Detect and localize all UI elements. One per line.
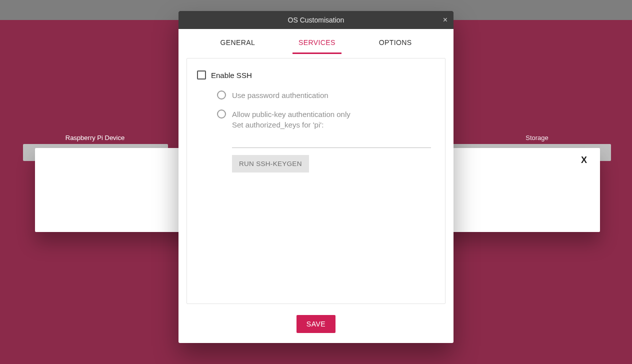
column-label-storage: Storage	[442, 134, 632, 142]
dialog-titlebar: OS Customisation ×	[178, 11, 454, 29]
ssh-auth-pubkey-label: Allow public-key authentication only	[232, 110, 350, 118]
save-button[interactable]: SAVE	[296, 315, 336, 333]
dialog-footer: SAVE	[178, 312, 454, 343]
close-icon[interactable]: ×	[443, 16, 448, 24]
ssh-auth-pubkey-row: Allow public-key authentication only	[217, 110, 435, 118]
ssh-auth-pubkey-radio[interactable]	[217, 110, 226, 118]
ssh-auth-password-label: Use password authentication	[232, 91, 328, 100]
services-panel: Enable SSH Use password authentication A…	[186, 58, 446, 304]
dialog-title: OS Customisation	[288, 16, 344, 24]
enable-ssh-row: Enable SSH	[197, 70, 435, 80]
authorized-keys-label: Set authorized_keys for 'pi':	[232, 120, 435, 129]
tab-services[interactable]: SERVICES	[292, 32, 342, 54]
ssh-options-group: Use password authentication Allow public…	[217, 90, 435, 172]
tab-general[interactable]: GENERAL	[214, 32, 261, 54]
tab-options[interactable]: OPTIONS	[373, 32, 418, 54]
enable-ssh-checkbox[interactable]	[197, 70, 206, 80]
clear-storage-button[interactable]: X	[581, 155, 587, 166]
tab-content-wrap: Enable SSH Use password authentication A…	[178, 54, 454, 312]
column-label-device: Raspberry Pi Device	[0, 134, 190, 142]
os-customisation-dialog: OS Customisation × GENERAL SERVICES OPTI…	[178, 11, 454, 343]
run-ssh-keygen-button[interactable]: RUN SSH-KEYGEN	[232, 155, 309, 172]
ssh-auth-password-radio[interactable]	[217, 90, 226, 100]
ssh-auth-password-row: Use password authentication	[217, 90, 435, 100]
tab-bar: GENERAL SERVICES OPTIONS	[178, 29, 454, 54]
enable-ssh-label: Enable SSH	[211, 71, 252, 80]
authorized-keys-input[interactable]	[232, 136, 431, 148]
